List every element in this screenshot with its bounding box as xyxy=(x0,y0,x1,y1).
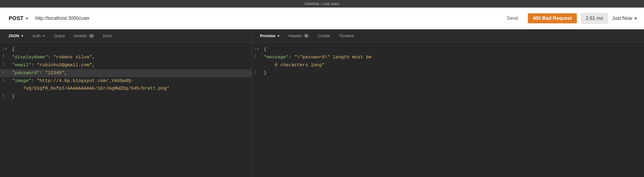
code-line-5: 5 "image": "http://4.bp.blogspot.com/_YA… xyxy=(0,77,252,93)
code-line-2: 2 "displayName": "rubens silva", xyxy=(0,53,252,61)
key-image: "image" xyxy=(12,78,31,83)
resp-code-content-3: } xyxy=(264,69,642,77)
tab-response-header-label: Header xyxy=(289,33,302,38)
timestamp-chevron-icon: ▼ xyxy=(634,16,638,21)
tab-query-label: Query xyxy=(54,33,65,38)
tab-timeline-label: Timeline xyxy=(339,33,354,38)
line-num-1: 1▼ xyxy=(2,46,12,53)
tab-json-chevron-icon: ▼ xyxy=(21,34,24,37)
val-displayname: "rubens silva" xyxy=(53,55,92,60)
resp-code-content-1: { xyxy=(264,46,642,53)
tab-response-header-badge: 6 xyxy=(304,34,309,38)
tab-header-badge: 1 xyxy=(89,34,94,38)
tab-response-header[interactable]: Header 6 xyxy=(285,32,313,40)
line-num-4: 4 xyxy=(2,69,12,76)
method-selector[interactable]: POST ▼ xyxy=(6,14,31,23)
left-tab-bar: JSON ▼ Auth ▼ Query Header 1 Docs xyxy=(0,29,252,42)
code-content-6: } xyxy=(12,93,249,100)
title-bar-text: Insomnia – criar users xyxy=(305,2,339,6)
method-chevron-icon: ▼ xyxy=(25,16,29,21)
left-code-area: 1▼ { 2 "displayName": "rubens silva", 3 … xyxy=(0,42,252,177)
url-bar: POST ▼ Send 400 Bad Request 2.61 ms Just… xyxy=(0,8,644,29)
right-code-area: 1▼ { 2 "message": "\"password\" length m… xyxy=(252,42,644,177)
resp-key-message: "message" xyxy=(264,55,289,60)
code-content-1: { xyxy=(12,46,249,53)
code-line-3: 3 "email": "rubinho2@gmail.com", xyxy=(0,61,252,69)
tab-auth[interactable]: Auth ▼ xyxy=(29,32,49,40)
code-content-3: "email": "rubinho2@gmail.com", xyxy=(12,61,249,69)
tab-docs-label: Docs xyxy=(103,33,112,38)
status-badge: 400 Bad Request xyxy=(528,13,577,23)
resp-line-num-3: 3 xyxy=(254,69,264,76)
collapse-arrow-1[interactable]: ▼ xyxy=(5,46,7,52)
timing-badge: 2.61 ms xyxy=(581,13,608,24)
method-label: POST xyxy=(9,15,23,21)
tab-json[interactable]: JSON ▼ xyxy=(4,32,28,40)
resp-collapse-arrow-1[interactable]: ▼ xyxy=(257,46,259,52)
code-line-4: 4 "password": "12345", xyxy=(0,69,252,77)
tab-docs[interactable]: Docs xyxy=(99,32,116,40)
resp-code-line-1: 1▼ { xyxy=(252,46,644,53)
right-panel: Preview ▼ Header 6 Cookie Timeline 1▼ { xyxy=(252,29,644,177)
code-line-6: 6 } xyxy=(0,93,252,100)
resp-code-content-2: "message": "\"password\" length must be … xyxy=(264,53,642,69)
tab-cookie[interactable]: Cookie xyxy=(314,32,334,40)
resp-line-num-2: 2 xyxy=(254,53,264,61)
tab-query[interactable]: Query xyxy=(50,32,69,40)
key-displayname: "displayName" xyxy=(12,55,48,60)
tab-header-label: Header xyxy=(74,33,87,38)
code-line-1: 1▼ { xyxy=(0,46,252,53)
val-email: "rubinho2@gmail.com" xyxy=(37,62,92,68)
timestamp-label: Just Now xyxy=(612,15,632,21)
tab-json-label: JSON xyxy=(8,33,19,38)
tab-auth-label: Auth xyxy=(32,33,41,38)
key-email: "email" xyxy=(12,62,31,68)
line-num-5: 5 xyxy=(2,77,12,84)
val-password: "12345" xyxy=(45,70,64,75)
resp-line-num-1: 1▼ xyxy=(254,46,264,53)
send-button[interactable]: Send xyxy=(501,13,523,23)
tab-timeline[interactable]: Timeline xyxy=(335,32,358,40)
line-num-6: 6 xyxy=(2,93,12,100)
tab-header[interactable]: Header 1 xyxy=(70,32,98,40)
resp-code-line-3: 3 } xyxy=(252,69,644,77)
key-password: "password" xyxy=(12,70,40,75)
line-num-2: 2 xyxy=(2,53,12,61)
url-input[interactable] xyxy=(35,15,497,21)
tab-preview-chevron-icon: ▼ xyxy=(277,34,280,37)
tab-cookie-label: Cookie xyxy=(318,33,330,38)
timestamp[interactable]: Just Now ▼ xyxy=(612,15,638,21)
tab-preview[interactable]: Preview ▼ xyxy=(256,32,284,40)
code-content-2: "displayName": "rubens silva", xyxy=(12,53,249,61)
right-tab-bar: Preview ▼ Header 6 Cookie Timeline xyxy=(252,29,644,42)
resp-code-line-2: 2 "message": "\"password\" length must b… xyxy=(252,53,644,69)
tab-auth-chevron-icon: ▼ xyxy=(43,34,45,37)
left-panel: JSON ▼ Auth ▼ Query Header 1 Docs 1▼ { xyxy=(0,29,252,177)
tab-preview-label: Preview xyxy=(260,33,275,38)
code-content-5: "image": "http://4.bp.blogspot.com/_YA50… xyxy=(12,77,249,93)
main-content: JSON ▼ Auth ▼ Query Header 1 Docs 1▼ { xyxy=(0,29,644,177)
code-content-4: "password": "12345", xyxy=(12,69,249,77)
line-num-3: 3 xyxy=(2,61,12,68)
title-bar: Insomnia – criar users xyxy=(0,0,644,8)
